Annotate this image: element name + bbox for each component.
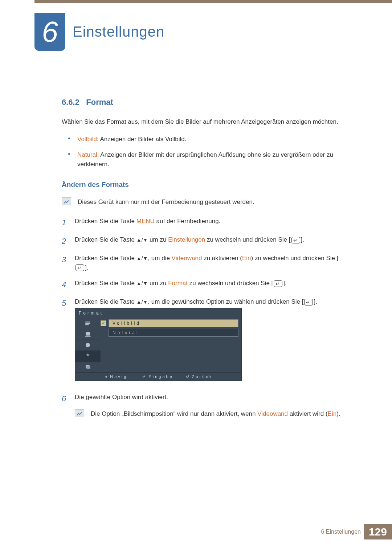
check-icon: ✔ <box>101 320 106 326</box>
section-heading: 6.6.2 Format <box>62 96 348 108</box>
enter-icon <box>304 299 313 305</box>
t: ) zu wechseln und drücken Sie [ <box>251 255 339 262</box>
t: auf der Fernbedienung. <box>155 218 220 225</box>
list-item: Vollbild: Anzeigen der Bilder als Vollbi… <box>68 135 348 144</box>
t: Drücken Sie die Taste <box>75 255 136 262</box>
updown-icon: ▲/▼ <box>136 236 148 244</box>
t: ]. <box>314 298 317 305</box>
osd-icon <box>75 329 101 340</box>
t: Zurück <box>191 374 213 379</box>
t: zu aktivieren ( <box>202 255 242 262</box>
t: Drücken Sie die Taste <box>75 298 136 305</box>
updown-icon: ▲/▼ <box>136 255 148 262</box>
step-number: 3 <box>62 254 68 266</box>
t: Die gewählte Option wird aktiviert. <box>75 394 168 401</box>
step-number: 1 <box>62 217 68 229</box>
term-ein: Ein <box>328 410 337 417</box>
step-6: 6 Die gewählte Option wird aktiviert. Di… <box>62 393 348 428</box>
note-text: Die Option „Bildschirmposition“ wird nur… <box>91 409 340 419</box>
updown-icon: ▲/▼ <box>136 280 148 287</box>
osd-option-label: Vollbild <box>109 319 238 327</box>
osd-hint-enter: ↵Eingabe <box>141 374 173 380</box>
enter-icon <box>274 280 282 287</box>
step-body: Die gewählte Option wird aktiviert. Die … <box>75 393 348 428</box>
osd-icon <box>75 350 101 361</box>
osd-hint-back: ↺Zurück <box>184 374 213 380</box>
chapter-number: 6 <box>42 17 58 46</box>
section-number: 6.6.2 <box>62 98 79 107</box>
t: Drücken Sie die Taste <box>75 218 136 225</box>
term-natural: Natural <box>77 151 97 158</box>
osd-options: ✔ Vollbild Natural <box>101 318 241 372</box>
t: Navig. <box>109 374 130 379</box>
term-vollbild: Vollbild <box>77 136 97 143</box>
subheading: Ändern des Formats <box>62 180 348 190</box>
t: um zu <box>148 280 168 287</box>
t: ). <box>336 410 340 417</box>
osd-footer: ♦Navig. ↵Eingabe ↺Zurück <box>75 372 241 381</box>
desc: : Anzeigen der Bilder als Vollbild. <box>97 136 187 143</box>
step-number: 4 <box>62 279 68 291</box>
t: Drücken Sie die Taste <box>75 236 136 243</box>
step-body: Drücken Sie die Taste ▲/▼, um die Videow… <box>75 254 348 272</box>
osd-body: ✔ Vollbild Natural <box>75 318 241 372</box>
step-number: 2 <box>62 235 68 247</box>
osd-icon <box>75 318 101 329</box>
t: Drücken Sie die Taste <box>75 280 136 287</box>
step-1: 1 Drücken Sie die Taste MENU auf der Fer… <box>62 217 348 229</box>
t: aktiviert wird ( <box>288 410 328 417</box>
t: um zu <box>148 236 168 243</box>
desc: : Anzeigen der Bilder mit der ursprüngli… <box>77 151 333 168</box>
note: Dieses Gerät kann nur mit der Fernbedien… <box>62 197 348 207</box>
osd-title: Format <box>75 308 241 318</box>
enter-icon <box>291 237 300 243</box>
chapter-title: Einstellungen <box>73 24 164 40</box>
t: zu wechseln und drücken Sie [ <box>188 280 273 287</box>
list-item: Natural: Anzeigen der Bilder mit der urs… <box>68 150 348 169</box>
step-2: 2 Drücken Sie die Taste ▲/▼ um zu Einste… <box>62 235 348 247</box>
note-icon <box>62 197 71 205</box>
term-ein: Ein <box>242 255 251 262</box>
term-videowand: Videowand <box>257 410 288 417</box>
step-5: 5 Drücken Sie die Taste ▲/▼, um die gewü… <box>62 297 348 386</box>
step-number: 5 <box>62 297 68 309</box>
step-list: 1 Drücken Sie die Taste MENU auf der Fer… <box>62 217 348 428</box>
osd-option-label: Natural <box>109 329 238 337</box>
footer-label: 6 Einstellungen <box>321 529 361 535</box>
osd-icon <box>75 361 101 372</box>
t: ]. <box>301 236 304 243</box>
osd-option-selected: ✔ Vollbild <box>101 319 238 327</box>
note-icon <box>75 409 84 417</box>
osd-side-icons <box>75 318 101 372</box>
term-videowand: Videowand <box>172 255 202 262</box>
enter-icon <box>75 264 84 271</box>
step-4: 4 Drücken Sie die Taste ▲/▼ um zu Format… <box>62 279 348 291</box>
osd-option: Natural <box>101 329 238 337</box>
bullet-list: Vollbild: Anzeigen der Bilder als Vollbi… <box>68 135 348 169</box>
page-footer: 6 Einstellungen 129 <box>321 524 392 539</box>
step-body: Drücken Sie die Taste ▲/▼, um die gewüns… <box>75 297 348 386</box>
osd-hint-nav: ♦Navig. <box>104 374 130 380</box>
note-text: Dieses Gerät kann nur mit der Fernbedien… <box>78 197 254 207</box>
term-format: Format <box>168 280 188 287</box>
t: ]. <box>85 264 88 271</box>
page-number: 129 <box>364 524 392 539</box>
term-einstellungen: Einstellungen <box>168 236 205 243</box>
t: ]. <box>283 280 286 287</box>
content-area: 6.6.2 Format Wählen Sie das Format aus, … <box>62 96 348 435</box>
t: Die Option „Bildschirmposition“ wird nur… <box>91 410 257 417</box>
chapter-tab: 6 <box>34 13 65 51</box>
step-number: 6 <box>62 393 68 405</box>
t: zu wechseln und drücken Sie [ <box>205 236 290 243</box>
term-menu: MENU <box>136 218 155 225</box>
updown-icon: ▲/▼ <box>136 298 148 306</box>
header-bar <box>34 0 392 3</box>
svg-point-0 <box>86 343 90 347</box>
step-body: Drücken Sie die Taste ▲/▼ um zu Einstell… <box>75 235 348 245</box>
step-body: Drücken Sie die Taste MENU auf der Fernb… <box>75 217 348 226</box>
t: , um die gewünschte Option zu wählen und… <box>148 298 303 305</box>
osd-icon <box>75 340 101 350</box>
svg-rect-2 <box>86 366 90 369</box>
page: 6 Einstellungen 6.6.2 Format Wählen Sie … <box>0 0 392 554</box>
step-body: Drücken Sie die Taste ▲/▼ um zu Format z… <box>75 279 348 288</box>
